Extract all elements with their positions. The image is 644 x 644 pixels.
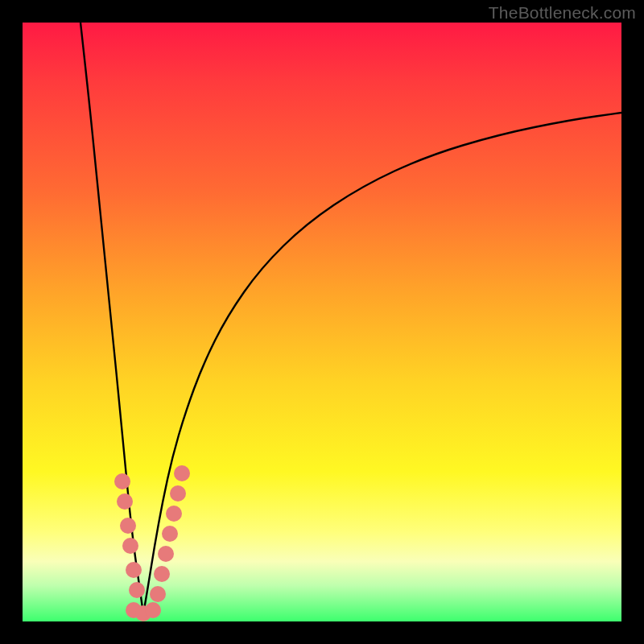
scatter-dot <box>162 526 178 542</box>
scatter-dot <box>150 586 166 602</box>
chart-svg <box>23 23 621 621</box>
scatter-dot <box>145 602 161 618</box>
scatter-dot <box>166 506 182 522</box>
curve-right-branch <box>143 113 621 614</box>
attribution-text: TheBottleneck.com <box>489 3 636 23</box>
scatter-dot <box>154 566 170 582</box>
scatter-dot <box>114 473 130 489</box>
scatter-dot <box>174 465 190 481</box>
scatter-dot <box>117 493 133 510</box>
scatter-dot <box>126 562 142 578</box>
scatter-dots <box>114 465 190 621</box>
scatter-dot <box>170 485 186 502</box>
scatter-dot <box>129 582 145 598</box>
scatter-dot <box>122 538 138 554</box>
plot-area <box>23 23 621 621</box>
scatter-dot <box>158 546 174 562</box>
outer-frame: TheBottleneck.com <box>0 0 644 644</box>
scatter-dot <box>120 518 136 534</box>
